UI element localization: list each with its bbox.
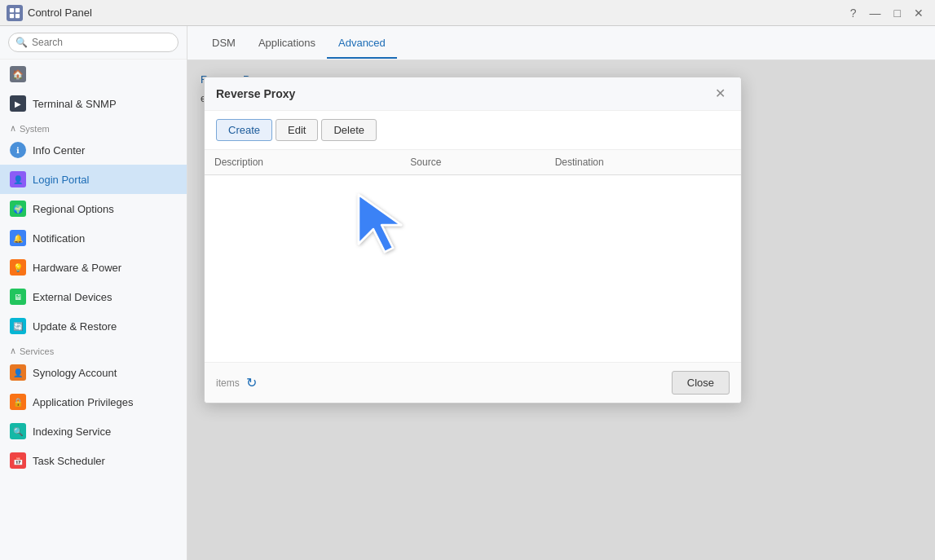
svg-rect-3: [15, 13, 20, 17]
section-label-system: System: [20, 124, 50, 134]
update-restore-icon: 🔄: [10, 318, 26, 334]
tab-applications[interactable]: Applications: [247, 29, 327, 59]
sidebar-item-application-privileges[interactable]: 🔒 Application Privileges: [0, 387, 187, 417]
sidebar-label-external-devices: External Devices: [33, 291, 112, 303]
col-source: Source: [400, 150, 545, 175]
svg-rect-1: [15, 7, 20, 11]
sidebar-label-indexing-service: Indexing Service: [33, 426, 111, 438]
sidebar-item-hardware-power[interactable]: 💡 Hardware & Power: [0, 253, 187, 282]
refresh-button[interactable]: ↻: [246, 375, 257, 390]
col-description: Description: [205, 150, 400, 175]
tab-bar: DSM Applications Advanced: [187, 26, 935, 60]
dialog-close-button[interactable]: ✕: [711, 86, 730, 102]
sidebar-section-services[interactable]: ∧ Services: [0, 341, 187, 358]
dialog-reverse-proxy: Reverse Proxy ✕ Create Edit Delete Descr…: [204, 77, 742, 403]
main-layout: 🔍 🏠 ▶ Terminal & SNMP ∧ System ℹ Info Ce…: [0, 26, 935, 560]
sidebar-item-terminal[interactable]: ▶ Terminal & SNMP: [0, 89, 187, 118]
maximize-button[interactable]: □: [889, 5, 906, 21]
sidebar-label-hardware-power: Hardware & Power: [33, 262, 121, 274]
content-body: Reverse Proxy evices in the local networ…: [187, 60, 935, 560]
sidebar-item-info-center[interactable]: ℹ Info Center: [0, 135, 187, 165]
dialog-footer-left: items ↻: [216, 375, 665, 390]
svg-rect-0: [10, 7, 14, 11]
dialog-footer: items ↻ Close: [205, 362, 741, 403]
sidebar-search-container: 🔍: [0, 26, 187, 60]
search-icon: 🔍: [15, 37, 28, 48]
indexing-service-icon: 🔍: [10, 423, 26, 439]
section-label-services: Services: [20, 346, 54, 356]
sidebar-item-task-scheduler[interactable]: 📅 Task Scheduler: [0, 446, 187, 475]
dialog-title: Reverse Proxy: [216, 87, 295, 100]
items-label: items: [216, 377, 240, 389]
col-destination: Destination: [545, 150, 741, 175]
reverse-proxy-table: Description Source Destination: [205, 150, 741, 175]
window-controls: ? — □ ✕: [845, 5, 928, 21]
create-button[interactable]: Create: [216, 119, 272, 141]
home-icon: 🏠: [10, 66, 26, 82]
app-icon: [7, 5, 23, 21]
notification-icon: 🔔: [10, 230, 26, 246]
sidebar-item-synology-account[interactable]: 👤 Synology Account: [0, 358, 187, 387]
search-input[interactable]: [32, 37, 171, 48]
sidebar-item-home[interactable]: 🏠: [0, 60, 187, 89]
close-window-button[interactable]: ✕: [909, 5, 928, 21]
application-privileges-icon: 🔒: [10, 394, 26, 410]
hardware-power-icon: 💡: [10, 259, 26, 276]
close-dialog-button[interactable]: Close: [672, 371, 730, 395]
sidebar: 🔍 🏠 ▶ Terminal & SNMP ∧ System ℹ Info Ce…: [0, 26, 187, 560]
services-collapse-icon: ∧: [10, 346, 16, 356]
help-button[interactable]: ?: [845, 5, 862, 21]
sidebar-section-system[interactable]: ∧ System: [0, 118, 187, 135]
sidebar-label-notification: Notification: [33, 232, 85, 245]
sidebar-item-regional-options[interactable]: 🌍 Regional Options: [0, 194, 187, 223]
dialog-toolbar: Create Edit Delete: [205, 111, 741, 150]
sidebar-item-external-devices[interactable]: 🖥 External Devices: [0, 282, 187, 311]
login-portal-icon: 👤: [10, 171, 26, 187]
sidebar-label-login-portal: Login Portal: [33, 174, 89, 186]
task-scheduler-icon: 📅: [10, 452, 26, 469]
tab-advanced[interactable]: Advanced: [327, 29, 397, 59]
terminal-icon: ▶: [10, 95, 26, 112]
svg-rect-2: [10, 13, 14, 17]
sidebar-label-synology-account: Synology Account: [33, 367, 117, 379]
edit-button[interactable]: Edit: [276, 119, 318, 141]
titlebar-left: Control Panel: [7, 5, 92, 21]
regional-options-icon: 🌍: [10, 201, 26, 217]
content-area: DSM Applications Advanced Reverse Proxy …: [187, 26, 935, 560]
collapse-icon: ∧: [10, 123, 16, 134]
sidebar-label-task-scheduler: Task Scheduler: [33, 455, 105, 467]
sidebar-item-label-terminal: Terminal & SNMP: [33, 98, 117, 110]
info-center-icon: ℹ: [10, 142, 26, 158]
titlebar: Control Panel ? — □ ✕: [0, 0, 935, 26]
sidebar-label-info-center: Info Center: [33, 144, 85, 157]
delete-button[interactable]: Delete: [321, 119, 377, 141]
sidebar-item-update-restore[interactable]: 🔄 Update & Restore: [0, 311, 187, 341]
sidebar-item-login-portal[interactable]: 👤 Login Portal: [0, 165, 187, 194]
dialog-table-container: Description Source Destination: [205, 150, 741, 362]
window-title: Control Panel: [28, 7, 92, 19]
synology-account-icon: 👤: [10, 364, 26, 381]
tab-dsm[interactable]: DSM: [201, 29, 247, 59]
sidebar-item-indexing-service[interactable]: 🔍 Indexing Service: [0, 417, 187, 446]
sidebar-label-regional-options: Regional Options: [33, 203, 114, 215]
search-box[interactable]: 🔍: [8, 33, 179, 52]
sidebar-label-application-privileges: Application Privileges: [33, 396, 134, 408]
dialog-header: Reverse Proxy ✕: [205, 77, 741, 111]
sidebar-item-notification[interactable]: 🔔 Notification: [0, 223, 187, 253]
minimize-button[interactable]: —: [865, 5, 886, 21]
sidebar-label-update-restore: Update & Restore: [33, 320, 117, 333]
external-devices-icon: 🖥: [10, 289, 26, 305]
